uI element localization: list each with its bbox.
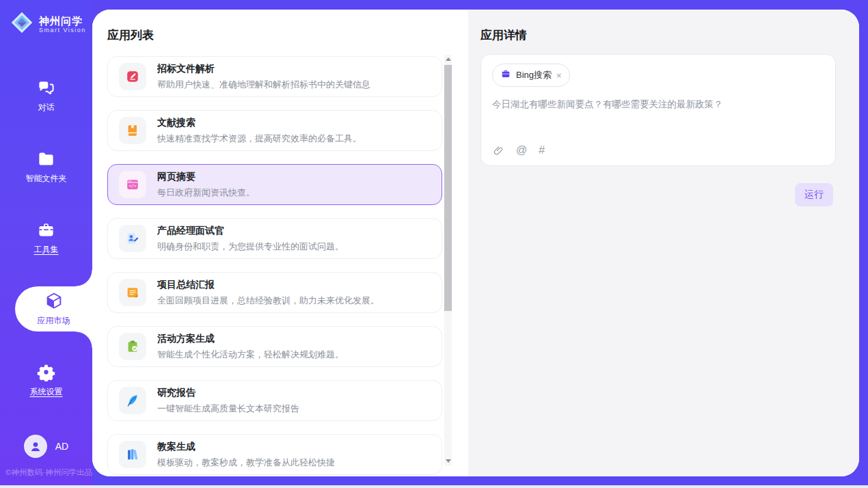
app-card-description: 明确身份和职责，为您提供专业性的面试问题。 bbox=[157, 241, 344, 253]
app-card-web-digest[interactable]: </> 网页摘要 每日政府新闻资讯快查。 bbox=[107, 164, 442, 205]
app-card-description: 一键智能生成高质量长文本研究报告 bbox=[157, 403, 299, 415]
run-button[interactable]: 运行 bbox=[795, 183, 833, 206]
brand-name: 神州问学 bbox=[39, 15, 86, 27]
app-card-title: 项目总结汇报 bbox=[157, 279, 379, 291]
quill-icon bbox=[119, 387, 146, 414]
app-card-description: 模板驱动，教案秒成，教学准备从此轻松快捷 bbox=[157, 457, 335, 469]
app-detail-title: 应用详情 bbox=[480, 27, 836, 43]
arrow-up-icon bbox=[446, 57, 451, 61]
brand-logo: 神州问学 Smart Vision bbox=[0, 0, 92, 38]
mention-icon[interactable]: @ bbox=[516, 144, 527, 157]
app-card-pm-interview[interactable]: 产品经理面试官 明确身份和职责，为您提供专业性的面试问题。 bbox=[107, 218, 442, 259]
toolbox-icon bbox=[37, 220, 56, 239]
app-list-panel: 应用列表 招标文件解析 帮助用户快速、准确地理解和解析招标书中的关键信息 文献搜… bbox=[92, 10, 468, 476]
sidebar-item-appmarket[interactable]: 应用市场 bbox=[15, 286, 92, 331]
app-card-description: 快速精准查找学术资源，提高研究效率的必备工具。 bbox=[157, 133, 362, 145]
tool-tag-bing[interactable]: Bing搜索 × bbox=[492, 64, 570, 87]
app-card-title: 研究报告 bbox=[157, 387, 299, 399]
person-icon bbox=[29, 439, 42, 453]
app-card-title: 网页摘要 bbox=[157, 171, 255, 183]
app-card-event-plan[interactable]: 活动方案生成 智能生成个性化活动方案，轻松解决规划难题。 bbox=[107, 326, 442, 367]
cube-icon bbox=[44, 291, 64, 310]
app-card-title: 招标文件解析 bbox=[157, 63, 370, 75]
svg-text:</>: </> bbox=[128, 183, 136, 188]
hashtag-icon[interactable]: # bbox=[539, 144, 545, 157]
app-card-title: 教案生成 bbox=[157, 441, 335, 453]
copyright-text: ©神州数码·神州问学出品 bbox=[5, 467, 92, 478]
gear-icon bbox=[37, 362, 56, 381]
folder-icon bbox=[37, 149, 56, 168]
scroll-up-button[interactable] bbox=[444, 55, 452, 64]
close-icon[interactable]: × bbox=[556, 71, 562, 80]
app-card-lesson-plan[interactable]: 教案生成 模板驱动，教案秒成，教学准备从此轻松快捷 bbox=[107, 434, 442, 475]
composer-toolbar: @ # bbox=[493, 144, 545, 157]
run-row: 运行 bbox=[480, 183, 836, 206]
app-card-title: 活动方案生成 bbox=[157, 333, 344, 345]
sidebar-item-toolset[interactable]: 工具集 bbox=[0, 215, 92, 260]
app-list-title: 应用列表 bbox=[107, 27, 468, 43]
app-card-description: 帮助用户快速、准确地理解和解析招标书中的关键信息 bbox=[157, 79, 370, 91]
scroll-down-button[interactable] bbox=[444, 457, 452, 465]
arrow-down-icon bbox=[446, 459, 451, 463]
query-input-card[interactable]: Bing搜索 × 今日湖北有哪些新闻要点？有哪些需要关注的最新政策？ @ # bbox=[480, 54, 836, 166]
scrollbar[interactable] bbox=[444, 55, 452, 465]
query-text[interactable]: 今日湖北有哪些新闻要点？有哪些需要关注的最新政策？ bbox=[492, 98, 824, 111]
app-card-proj-summary[interactable]: 项目总结汇报 全面回顾项目进展，总结经验教训，助力未来优化发展。 bbox=[107, 272, 442, 313]
chat-icon bbox=[37, 78, 56, 97]
clipboard-check-icon bbox=[119, 333, 146, 360]
sidebar-item-folders[interactable]: 智能文件夹 bbox=[0, 144, 92, 189]
app-card-description: 每日政府新闻资讯快查。 bbox=[157, 187, 255, 199]
sidebar: 神州问学 Smart Vision 对话 智能文件夹 工具集 应用市场 系统设置… bbox=[0, 0, 92, 485]
app-card-description: 全面回顾项目进展，总结经验教训，助力未来优化发展。 bbox=[157, 295, 379, 307]
sidebar-item-settings[interactable]: 系统设置 bbox=[0, 357, 92, 403]
book-icon bbox=[119, 117, 146, 144]
app-detail-panel: 应用详情 Bing搜索 × 今日湖北有哪些新闻要点？有哪些需要关注的最新政策？ bbox=[468, 10, 859, 476]
briefcase-icon bbox=[500, 68, 511, 82]
app-card-research[interactable]: 研究报告 一键智能生成高质量长文本研究报告 bbox=[107, 380, 442, 421]
avatar bbox=[24, 435, 47, 458]
app-card-lit-search[interactable]: 文献搜索 快速精准查找学术资源，提高研究效率的必备工具。 bbox=[107, 110, 442, 151]
sidebar-item-chat[interactable]: 对话 bbox=[0, 73, 92, 118]
report-calendar-icon bbox=[119, 279, 146, 306]
main-content: 应用列表 招标文件解析 帮助用户快速、准确地理解和解析招标书中的关键信息 文献搜… bbox=[92, 10, 859, 476]
attachment-icon[interactable] bbox=[493, 145, 504, 157]
app-card-list: 招标文件解析 帮助用户快速、准确地理解和解析招标书中的关键信息 文献搜索 快速精… bbox=[107, 56, 442, 475]
bottom-strip bbox=[0, 485, 868, 488]
contract-edit-icon bbox=[119, 63, 146, 90]
user-name: AD bbox=[55, 441, 68, 452]
app-card-title: 产品经理面试官 bbox=[157, 225, 344, 237]
user-account[interactable]: AD bbox=[0, 435, 92, 458]
scroll-thumb[interactable] bbox=[444, 65, 452, 311]
books-icon bbox=[119, 441, 146, 468]
brand-subtitle: Smart Vision bbox=[39, 27, 86, 33]
app-card-title: 文献搜索 bbox=[157, 117, 362, 129]
web-code-icon: </> bbox=[119, 171, 146, 198]
interview-icon bbox=[119, 225, 146, 252]
app-card-bid-parse[interactable]: 招标文件解析 帮助用户快速、准确地理解和解析招标书中的关键信息 bbox=[107, 56, 442, 97]
app-card-description: 智能生成个性化活动方案，轻松解决规划难题。 bbox=[157, 349, 344, 361]
diamond-logo-icon bbox=[10, 10, 34, 38]
tool-tag-label: Bing搜索 bbox=[516, 69, 552, 81]
sidebar-nav: 对话 智能文件夹 工具集 应用市场 系统设置 bbox=[0, 73, 92, 429]
